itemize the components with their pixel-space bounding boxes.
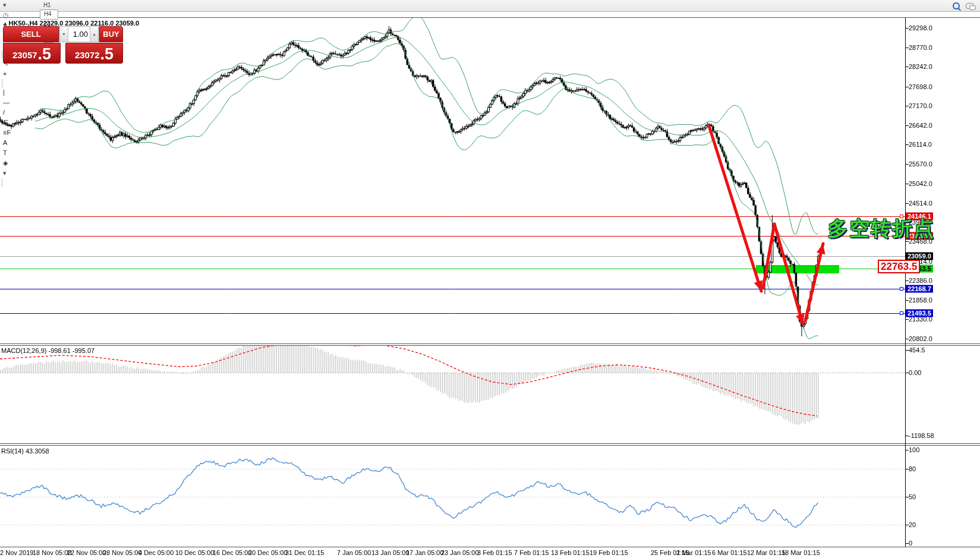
shapes-button[interactable]: ◈ bbox=[0, 158, 40, 168]
time-axis-label: 22 Nov 05:00 bbox=[67, 549, 106, 556]
rsi-axis-label: 50 bbox=[909, 493, 916, 500]
price-axis-label: 28242.0 bbox=[909, 63, 932, 70]
buy-price[interactable]: 23072 .5 bbox=[65, 43, 123, 64]
search-icon[interactable] bbox=[953, 2, 960, 10]
chart-canvas[interactable] bbox=[0, 0, 980, 558]
time-axis-label: 28 Nov 05:00 bbox=[103, 549, 141, 556]
mt4-window: ▯ 订单 ◆ ☻ ◉ ⚙ 自动交易 ||| bbox=[0, 0, 980, 558]
channel-button[interactable]: ∕E bbox=[0, 118, 40, 128]
price-axis-label: 28770.0 bbox=[909, 44, 932, 51]
rsi-axis-label: 0 bbox=[909, 540, 912, 547]
toolbar-icon: | bbox=[3, 87, 5, 97]
toolbar-icon: ≡F bbox=[3, 128, 11, 138]
price-axis-label: 21858.0 bbox=[909, 297, 932, 304]
price-axis-label: 20802.0 bbox=[909, 335, 932, 342]
time-axis-label: 19 Feb 01:15 bbox=[590, 549, 628, 556]
turning-point-annotation: 多空转折点 bbox=[828, 215, 935, 242]
label-button[interactable]: T bbox=[0, 148, 40, 158]
price-axis-label: 27698.0 bbox=[909, 83, 932, 90]
toolbar-icon: ◈ bbox=[3, 158, 8, 168]
price-axis-label: 29298.0 bbox=[909, 24, 932, 31]
toolbar-icon: T bbox=[3, 148, 7, 158]
volume-control: ▾ 1.00 ▴ bbox=[59, 26, 99, 42]
time-axis[interactable]: 12 Nov 201918 Nov 05:0022 Nov 05:0028 No… bbox=[0, 549, 980, 557]
rsi-label: RSI(14) 43.3058 bbox=[1, 447, 49, 455]
shapes-dropdown-caret[interactable]: ▾ bbox=[0, 168, 40, 178]
time-axis-label: 16 Dec 05:00 bbox=[213, 549, 251, 556]
time-axis-label: 2 Mar 01:15 bbox=[676, 549, 711, 556]
trendline-button[interactable]: / bbox=[0, 108, 40, 118]
sell-price-main: 23057 bbox=[12, 48, 37, 63]
time-axis-label: 6 Mar 01:15 bbox=[712, 549, 747, 556]
toolbar-icon: / bbox=[3, 108, 5, 118]
time-axis-label: 7 Jan 05:00 bbox=[337, 549, 371, 556]
time-axis-label: 13 Jan 05:00 bbox=[371, 549, 409, 556]
time-axis-label: 10 Dec 05:00 bbox=[175, 549, 214, 556]
one-click-trade-panel: SELL ▾ 1.00 ▴ BUY 23057 .5 23072 .5 bbox=[3, 26, 123, 64]
price-axis-label: 27170.0 bbox=[909, 102, 932, 109]
time-axis-label: 12 Mar 01:15 bbox=[747, 549, 786, 556]
rsi-axis-label: 80 bbox=[909, 465, 916, 472]
indicator-dropdown-caret[interactable]: ▾ bbox=[0, 0, 40, 10]
periods-button[interactable]: ◷ bbox=[0, 10, 40, 20]
text-button[interactable]: A bbox=[0, 138, 40, 148]
macd-axis-label: 454.5 bbox=[909, 346, 925, 354]
buy-price-main: 23072 bbox=[75, 48, 100, 63]
time-axis-label: 31 Dec 01:15 bbox=[285, 549, 324, 556]
time-axis-label: 4 Dec 05:00 bbox=[138, 549, 174, 556]
time-axis-label: 17 Jan 05:00 bbox=[406, 549, 444, 556]
buy-button[interactable]: BUY bbox=[99, 26, 123, 42]
price-axis-label: 25042.0 bbox=[909, 180, 932, 187]
time-axis-label: 20 Dec 05:00 bbox=[248, 549, 287, 556]
toolbar-separator bbox=[2, 178, 2, 187]
toolbar-icon: ▾ bbox=[3, 168, 7, 178]
price-line-label: 21493.5 bbox=[906, 310, 933, 317]
price-level-annotation: 22763.5 bbox=[878, 260, 920, 273]
horizontal-line-button[interactable]: — bbox=[0, 97, 40, 108]
timeframe-button[interactable]: H1 bbox=[40, 1, 58, 10]
price-axis-label: 24514.0 bbox=[909, 200, 932, 207]
rsi-axis-label: 100 bbox=[909, 446, 919, 453]
price-axis-label: 26114.0 bbox=[909, 141, 932, 148]
time-axis-label: 18 Mar 01:15 bbox=[782, 549, 820, 556]
chat-icon[interactable] bbox=[966, 3, 974, 9]
toolbar-icon: ∕E bbox=[3, 118, 8, 128]
buy-price-pip: .5 bbox=[100, 45, 114, 63]
toolbar-icon: ▾ bbox=[3, 0, 7, 10]
volume-input[interactable]: 1.00 bbox=[68, 30, 90, 39]
volume-decrease-button[interactable]: ▾ bbox=[59, 26, 68, 42]
toolbar-icon: + bbox=[3, 69, 7, 79]
sell-price[interactable]: 23057 .5 bbox=[3, 43, 61, 64]
time-axis-label: 13 Feb 01:15 bbox=[551, 549, 590, 556]
time-axis-label: 18 Nov 05:00 bbox=[33, 549, 71, 556]
time-axis-label: 7 Feb 01:15 bbox=[514, 549, 549, 556]
vertical-line-button[interactable]: | bbox=[0, 87, 40, 97]
timeframe-button[interactable]: H4 bbox=[40, 10, 58, 20]
time-axis-label: 23 Jan 05:00 bbox=[441, 549, 479, 556]
rsi-axis-label: 20 bbox=[909, 521, 916, 528]
toolbar-separator bbox=[2, 79, 2, 87]
volume-increase-button[interactable]: ▴ bbox=[90, 26, 99, 42]
price-axis-label: 25570.0 bbox=[909, 160, 932, 168]
sell-button[interactable]: SELL bbox=[3, 26, 59, 42]
toolbar-icon: — bbox=[3, 97, 10, 108]
time-axis-label: 3 Feb 01:15 bbox=[477, 549, 512, 556]
macd-axis-label: -1198.58 bbox=[909, 432, 934, 439]
toolbar: ▯ 订单 ◆ ☻ ◉ ⚙ 自动交易 ||| bbox=[0, 0, 980, 12]
price-line-label: 23059.0 bbox=[906, 253, 933, 260]
price-axis-label: 22386.0 bbox=[909, 277, 932, 284]
toolbar-icon: ◷ bbox=[3, 10, 9, 20]
price-line-label: 22168.7 bbox=[906, 285, 933, 293]
macd-axis-label: 0.00 bbox=[909, 369, 921, 376]
toolbar-separator bbox=[2, 51, 2, 59]
sell-price-pip: .5 bbox=[38, 45, 52, 63]
toolbar-icon: A bbox=[3, 138, 7, 148]
macd-label: MACD(12,26,9) -998.61 -995.07 bbox=[1, 347, 94, 354]
fibonacci-button[interactable]: ≡F bbox=[0, 128, 40, 138]
price-axis-label: 26642.0 bbox=[909, 122, 932, 129]
time-axis-label: 12 Nov 2019 bbox=[0, 549, 33, 556]
crosshair-button[interactable]: + bbox=[0, 69, 40, 79]
